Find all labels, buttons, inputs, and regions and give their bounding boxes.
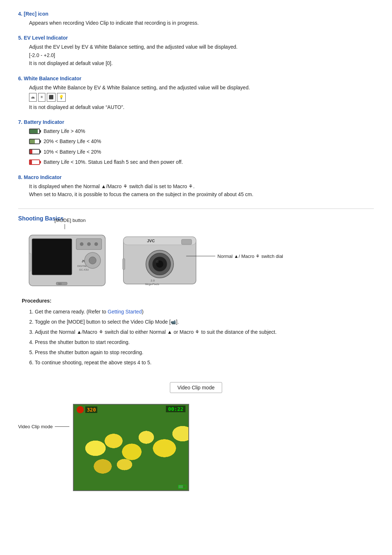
video-clip-mode-box-wrapper: Video Clip mode: [18, 375, 374, 400]
svg-point-10: [89, 257, 96, 264]
procedures-section: Procedures: Get the camera ready. (Refer…: [18, 298, 374, 368]
shooting-basics-section: Shooting Basics [MODE] button JVC DIGIT: [18, 215, 374, 491]
mode-button-pointer-line: [65, 224, 65, 229]
section-8-body: It is displayed when the Normal ▲/Macro …: [18, 182, 374, 199]
battery-label-crit: Battery Life < 10%. Status Led flash 5 s…: [44, 158, 183, 166]
section-7-title: 7. Battery Indicator: [18, 119, 374, 125]
step-6: To continue shooting, repeat the above s…: [35, 357, 374, 368]
battery-icon-low: [29, 149, 40, 154]
svg-point-5: [94, 242, 98, 246]
section-divider: [18, 208, 374, 209]
mountain-icon: ⛰: [31, 94, 35, 101]
sun-icon: ☀: [40, 94, 44, 101]
battery-icon-med: [29, 139, 40, 144]
svg-point-4: [87, 242, 91, 246]
section-6-body: Adjust the White Balance by EV & White B…: [18, 84, 374, 111]
battery-label-full: Battery Life > 40%: [44, 127, 85, 135]
battery-row-full: Battery Life > 40%: [29, 127, 374, 135]
overlay-top: 320 00:22: [74, 405, 188, 415]
svg-text:GC-X3U: GC-X3U: [79, 268, 89, 271]
section-rec-icon: 4. [Rec] icon Appears when recording Vid…: [18, 11, 374, 27]
section-5-body: Adjust the EV Level by EV & White Balanc…: [18, 43, 374, 67]
svg-text:Mega-Pixels: Mega-Pixels: [145, 283, 159, 286]
section-8-title: 8. Macro Indicator: [18, 174, 374, 180]
overlay-right: 00:22: [166, 406, 185, 413]
battery-row-low: 10% < Battery Life < 20%: [29, 148, 374, 156]
wb-icon-square: ⬛: [47, 93, 56, 102]
step-1: Get the camera ready. (Refer to Getting …: [35, 307, 374, 317]
video-clip-screen: 320 00:22: [73, 404, 189, 491]
battery-label-med: 20% < Battery Life < 40%: [44, 137, 101, 145]
battery-icon-crit: [29, 159, 40, 165]
battery-row-crit: Battery Life < 10%. Status Led flash 5 s…: [29, 158, 374, 166]
white-balance-icons: ⛰ ☀ ⬛ 💡: [29, 93, 374, 102]
svg-point-21: [156, 260, 159, 263]
screen-battery-icon: [178, 485, 186, 489]
svg-rect-13: [29, 253, 31, 271]
video-clip-display-row: Video Clip mode 320 00:22: [18, 404, 374, 491]
battery-icon-full: [29, 129, 40, 134]
section-4-title: 4. [Rec] icon: [18, 11, 374, 17]
step-5: Press the shutter button again to stop r…: [35, 347, 374, 357]
battery-table: Battery Life > 40% 20% < Battery Life < …: [29, 127, 374, 166]
video-clip-screen-label: Video Clip mode: [18, 424, 53, 429]
camera-diagram: [MODE] button JVC DIGITAL VIDEO GC-X3U: [25, 228, 374, 291]
mode-button-label: [MODE] button: [54, 218, 86, 223]
bulb-icon: 💡: [59, 94, 64, 101]
procedures-title: Procedures:: [22, 298, 374, 304]
wb-icon-mountain: ⛰: [29, 93, 37, 102]
video-clip-label-line: [55, 426, 69, 427]
svg-rect-22: [181, 239, 192, 244]
macro-switch-line: [186, 256, 215, 256]
camera-front-view-wrapper: [MODE] button JVC DIGITAL VIDEO GC-X3U: [25, 228, 109, 291]
bottom-battery: [178, 483, 186, 489]
section-7-body: Battery Life > 40% 20% < Battery Life < …: [18, 127, 374, 166]
section-battery: 7. Battery Indicator Battery Life > 40% …: [18, 119, 374, 166]
svg-rect-1: [32, 239, 72, 275]
getting-started-link[interactable]: Getting Started: [108, 309, 142, 315]
wb-icon-sun: ☀: [38, 93, 45, 102]
section-ev-level: 5. EV Level Indicator Adjust the EV Leve…: [18, 35, 374, 67]
camera-side-view-wrapper: JVC 2.0 Mega-Pixels Normal ▲/ Macro ⚘ sw…: [120, 228, 200, 291]
procedures-list: Get the camera ready. (Refer to Getting …: [22, 307, 374, 368]
section-4-body: Appears when recording Video Clip to ind…: [18, 19, 374, 27]
svg-text:2.0: 2.0: [151, 279, 155, 282]
video-clip-screen-label-wrapper: Video Clip mode: [18, 424, 70, 429]
section-5-title: 5. EV Level Indicator: [18, 35, 374, 41]
overlay-left: 320: [77, 406, 97, 413]
section-white-balance: 6. White Balance Indicator Adjust the Wh…: [18, 76, 374, 111]
video-clip-mode-box: Video Clip mode: [170, 382, 222, 393]
rec-number: 320: [85, 406, 97, 413]
step-3: Adjust the Normal ▲/Macro ⚘ switch dial …: [35, 327, 374, 337]
battery-row-med: 20% < Battery Life < 40%: [29, 137, 374, 145]
svg-text:SD: SD: [58, 283, 62, 285]
battery-label-low: 10% < Battery Life < 20%: [44, 148, 101, 156]
step-4: Press the shutter button to start record…: [35, 337, 374, 347]
svg-rect-23: [123, 259, 125, 270]
section-macro: 8. Macro Indicator It is displayed when …: [18, 174, 374, 199]
svg-point-3: [80, 242, 83, 246]
square-icon: ⬛: [49, 94, 54, 101]
timer-display: 00:22: [166, 406, 185, 412]
macro-switch-label: Normal ▲/ Macro ⚘ switch dial: [186, 254, 283, 259]
step-2: Toggle on the [MODE] button to select th…: [35, 317, 374, 327]
wb-icon-bulb: 💡: [57, 93, 66, 102]
camera-front-svg: JVC DIGITAL VIDEO GC-X3U SD: [25, 228, 109, 289]
section-6-title: 6. White Balance Indicator: [18, 76, 374, 81]
svg-text:JVC: JVC: [147, 239, 155, 243]
recording-dot-icon: [77, 406, 84, 413]
flower-background: [74, 405, 188, 490]
